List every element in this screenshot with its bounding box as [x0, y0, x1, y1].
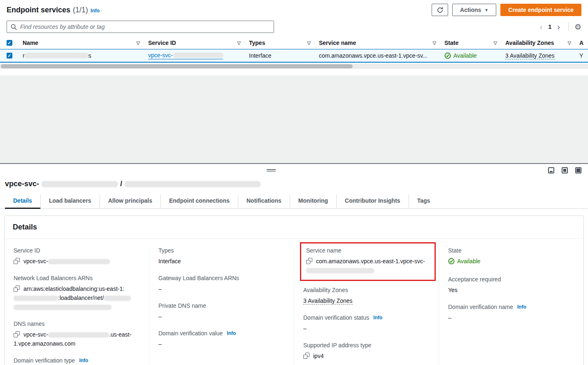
column-label: Availability Zones [505, 40, 554, 46]
tab-contributor-insights[interactable]: Contributor Insights [336, 194, 409, 208]
field-value-text: – [158, 284, 285, 293]
redacted-text [25, 53, 88, 58]
cell-service-name: com.amazonaws.vpce.us-east-1.vpce-sv... [315, 52, 440, 59]
copy-icon[interactable] [14, 331, 20, 337]
redacted-text [14, 305, 112, 310]
column-header-state[interactable]: State ▽ [440, 40, 501, 46]
cell-name: rs [19, 52, 144, 59]
info-link[interactable]: Info [91, 8, 100, 14]
info-link[interactable]: Info [373, 315, 382, 321]
copy-icon[interactable] [303, 353, 309, 359]
page-number[interactable]: 1 [546, 23, 553, 30]
details-card: Details Service ID vpce-svc- Network Loa… [4, 215, 584, 365]
service-id-link[interactable]: vpce-svc- [148, 52, 223, 59]
search-input[interactable]: Find resources by attribute or tag [7, 21, 274, 33]
field-types: Types Interface [158, 247, 285, 266]
column-header-availability-zones[interactable]: Availability Zones ▽ [501, 40, 575, 46]
service-id-text: vpce-svc- [148, 52, 173, 58]
field-label: DNS names [14, 321, 140, 327]
chevron-down-icon: ▼ [484, 8, 488, 12]
previous-page-button[interactable]: ‹ [537, 23, 545, 31]
field-label: Domain verification value [158, 330, 223, 337]
field-value-text: :loadbalancer/net/ [58, 295, 104, 301]
redacted-text [174, 53, 223, 58]
partial-text: Y [579, 52, 583, 59]
field-value-text: – [448, 313, 574, 322]
column-header-name[interactable]: Name ▽ [19, 40, 144, 46]
field-state: State Available [448, 247, 574, 267]
horizontal-scrollbar[interactable] [0, 64, 588, 69]
redacted-text [42, 181, 118, 187]
column-header-service-name[interactable]: Service name ▽ [315, 40, 440, 46]
column-label: A [579, 40, 583, 46]
tab-allow-principals[interactable]: Allow principals [100, 194, 160, 208]
filter-icon[interactable]: ▽ [433, 40, 436, 46]
field-value-text: ipv4 [313, 353, 324, 359]
create-endpoint-service-button[interactable]: Create endpoint service [500, 4, 581, 16]
check-circle-icon [444, 52, 451, 59]
split-panel: vpce-svc- / Details Load balancers Allow… [0, 164, 588, 365]
split-panel-drag-handle[interactable] [267, 169, 276, 172]
scrollbar-thumb[interactable] [1, 64, 353, 68]
availability-zones-popover-link[interactable]: 3 Availability Zones [505, 52, 555, 59]
tab-notifications[interactable]: Notifications [238, 194, 290, 208]
field-domain-verification-type: Domain verification typeInfo – [14, 357, 140, 365]
settings-gear-button[interactable]: ⚙ [574, 22, 581, 31]
filter-icon[interactable]: ▽ [307, 40, 311, 46]
field-dns-names: DNS names vpce-svc-.us-east-1.vpce.amazo… [14, 321, 140, 348]
actions-button-label: Actions [460, 7, 481, 13]
copy-icon[interactable] [14, 258, 20, 264]
filter-icon[interactable]: ▽ [568, 40, 571, 46]
field-private-dns-name: Private DNS name – [158, 302, 285, 321]
name-text: s [88, 52, 91, 59]
panel-title-separator: / [120, 180, 122, 188]
types-text: Interface [249, 52, 271, 59]
cell-availability-zones: 3 Availability Zones [501, 52, 575, 59]
field-value-text: – [158, 312, 285, 321]
info-link[interactable]: Info [79, 358, 88, 363]
column-header-partial[interactable]: A [575, 40, 588, 46]
info-link[interactable]: Info [227, 330, 236, 336]
field-label: State [448, 247, 574, 254]
column-label: Name [23, 40, 38, 46]
refresh-button[interactable] [432, 4, 448, 16]
next-page-button[interactable]: › [555, 23, 562, 31]
tab-load-balancers[interactable]: Load balancers [40, 194, 100, 208]
panel-position-bottom-icon[interactable] [548, 167, 554, 173]
field-label: Service name [306, 247, 430, 254]
panel-layout-controls [548, 167, 581, 173]
field-domain-verification-value: Domain verification valueInfo – [158, 330, 285, 349]
tab-monitoring[interactable]: Monitoring [290, 194, 336, 208]
tab-tags[interactable]: Tags [409, 194, 439, 208]
tab-endpoint-connections[interactable]: Endpoint connections [160, 194, 238, 208]
row-checkbox[interactable]: ✓ [7, 53, 12, 58]
select-all-checkbox[interactable]: ✓ [7, 40, 12, 46]
field-label: Domain verification status [303, 314, 369, 321]
availability-zones-popover-link[interactable]: 3 Availability Zones [303, 297, 353, 304]
info-link[interactable]: Info [517, 304, 526, 310]
panel-position-split-icon[interactable] [562, 167, 568, 173]
column-header-service-id[interactable]: Service ID ▽ [144, 40, 245, 46]
actions-button[interactable]: Actions ▼ [452, 4, 496, 16]
search-icon [11, 24, 17, 30]
filter-icon[interactable]: ▽ [137, 40, 140, 46]
field-value-text: vpce-svc- [23, 331, 48, 338]
panel-position-side-icon[interactable] [575, 167, 581, 173]
divider [568, 22, 569, 31]
column-label: Service name [319, 40, 356, 46]
table-row[interactable]: ✓ rs vpce-svc- Interface com.amazonaws.v… [0, 49, 588, 63]
redacted-text [14, 296, 58, 301]
refresh-icon [437, 7, 444, 14]
table-header-row: ✓ Name ▽ Service ID ▽ Types ▽ Service na… [0, 37, 588, 49]
details-card-heading: Details [5, 216, 583, 239]
field-label: Availability Zones [303, 287, 430, 293]
copy-icon[interactable] [306, 258, 312, 264]
toolbar: Endpoint services (1/1) Info Actions ▼ C… [0, 0, 588, 33]
copy-icon[interactable] [14, 285, 20, 292]
field-label: Acceptance required [448, 276, 574, 283]
filter-icon[interactable]: ▽ [237, 40, 241, 46]
filter-icon[interactable]: ▽ [494, 40, 497, 46]
field-value-text: com.amazonaws.vpce.us-east-1.vpce-svc- [316, 258, 425, 264]
column-header-types[interactable]: Types ▽ [245, 40, 315, 46]
tab-details[interactable]: Details [5, 194, 40, 208]
